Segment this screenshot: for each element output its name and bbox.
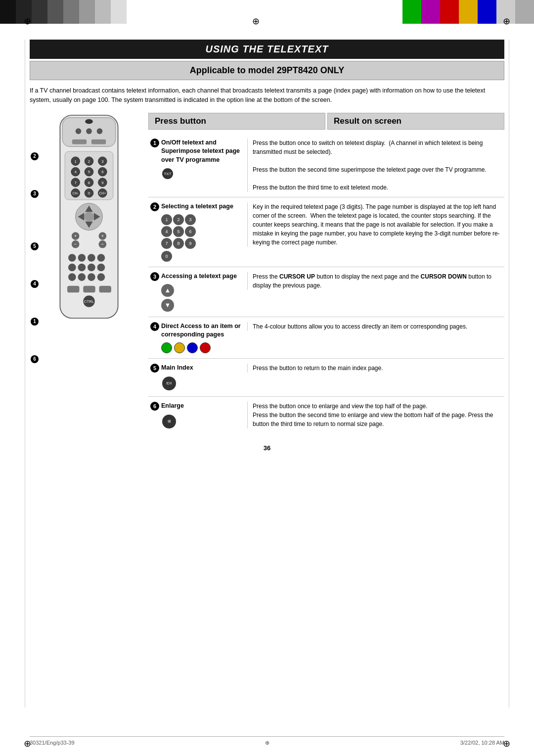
svg-rect-60 [83, 285, 95, 292]
svg-text:6: 6 [101, 170, 103, 174]
subtitle-box: Applicable to model 29PT8420 ONLY [30, 61, 504, 80]
column-headers: Press button Result on screen [148, 113, 504, 130]
green-access-btn [161, 342, 172, 353]
svg-text:CH+: CH+ [99, 191, 106, 195]
main-content: Using the Telextext Applicable to model … [30, 40, 504, 452]
svg-text:9: 9 [101, 180, 103, 185]
color-red [440, 0, 459, 24]
svg-point-3 [76, 128, 82, 134]
bw-block-8 [111, 0, 127, 24]
teletext-onoff-btn: TXT [162, 168, 173, 179]
svg-rect-59 [67, 285, 79, 292]
bw-block-1 [0, 0, 16, 24]
svg-point-55 [68, 273, 76, 281]
svg-text:0: 0 [88, 191, 90, 195]
title-box: Using the Telextext [30, 40, 504, 59]
svg-point-54 [97, 263, 105, 271]
svg-rect-7 [91, 139, 106, 144]
crosshair-bottom-right: ⊕ [503, 738, 510, 749]
svg-point-47 [68, 254, 76, 262]
page-title: Using the Telextext [40, 44, 494, 55]
press-col-4: 4 Direct Access to an item or correspond… [148, 322, 247, 353]
bw-block-7 [95, 0, 111, 24]
svg-point-38 [84, 212, 94, 222]
side-label-3: 3 [31, 190, 39, 198]
svg-point-52 [78, 263, 86, 271]
color-blue [478, 0, 496, 24]
svg-text:−: − [74, 241, 77, 246]
svg-text:+: + [74, 233, 77, 238]
page-subtitle: Applicable to model 29PT8420 ONLY [40, 65, 494, 76]
result-header: Result on screen [327, 113, 504, 130]
footer-left: 30321/Eng/p33-39 [30, 740, 75, 746]
svg-text:7: 7 [74, 180, 76, 185]
footer-right: 3/22/02, 10:28 AM [460, 740, 504, 746]
red-access-btn [200, 342, 211, 353]
svg-text:1: 1 [74, 159, 76, 163]
press-header: Press button [148, 113, 325, 130]
svg-point-49 [88, 254, 95, 262]
color-green [402, 0, 421, 24]
page-number: 36 [30, 444, 504, 452]
svg-text:4: 4 [74, 170, 77, 174]
footer: 30321/Eng/p33-39 ⊕ 3/22/02, 10:28 AM [30, 736, 504, 746]
color-grey2 [515, 0, 534, 24]
result-col-6: Press the button once to enlarge and vie… [247, 402, 504, 428]
side-label-6: 6 [31, 355, 39, 363]
result-col-5: Press the button to return to the main i… [247, 364, 504, 373]
svg-text:CH-: CH- [73, 191, 79, 195]
svg-rect-6 [72, 139, 87, 144]
press-col-3: 3 Accessing a teletext page ▲ ▼ [148, 272, 247, 312]
result-col-4: The 4-colour buttons allow you to access… [247, 322, 504, 331]
bw-block-6 [79, 0, 95, 24]
svg-text:CTRL: CTRL [84, 299, 94, 303]
instruction-row-2: 2 Selecting a teletext page 1 2 3 4 5 6 … [148, 197, 504, 267]
instruction-row-4: 4 Direct Access to an item or correspond… [148, 317, 504, 359]
crosshair-top-center: ⊕ [252, 16, 260, 27]
svg-point-48 [78, 254, 86, 262]
svg-point-53 [88, 263, 95, 271]
press-col-5: 5 Main Index IDX [148, 364, 247, 391]
svg-point-2 [85, 119, 93, 124]
yellow-access-btn [174, 342, 185, 353]
instruction-row-6: 6 Enlarge ⊞ Press the button once to enl… [148, 397, 504, 434]
svg-point-51 [68, 263, 76, 271]
two-col-layout: 2 3 5 4 1 6 [30, 113, 504, 434]
result-col-3: Press the CURSOR UP button to display th… [247, 272, 504, 290]
remote-svg: 1 2 3 4 5 6 7 8 9 CH- 0 [44, 113, 134, 321]
footer-center: ⊕ [265, 740, 269, 746]
blue-access-btn [187, 342, 198, 353]
crosshair-bottom-left: ⊕ [24, 738, 31, 749]
color-magenta [421, 0, 440, 24]
top-bar-left [0, 0, 267, 24]
svg-text:3: 3 [101, 159, 103, 163]
instruction-row-1: 1 On/Off teletext and Superimpose telete… [148, 134, 504, 197]
right-margin [509, 40, 509, 708]
svg-text:+: + [101, 233, 104, 238]
bw-block-5 [63, 0, 79, 24]
left-margin [25, 40, 25, 708]
result-col-2: Key in the required teletext page (3 dig… [247, 202, 504, 247]
top-color-bar [0, 0, 534, 24]
svg-point-58 [97, 273, 105, 281]
bw-block-3 [32, 0, 47, 24]
press-col-6: 6 Enlarge ⊞ [148, 402, 247, 429]
bw-block-4 [47, 0, 63, 24]
side-label-4: 4 [31, 280, 39, 288]
svg-point-57 [88, 273, 95, 281]
top-bar-right [267, 0, 534, 24]
cursor-up-btn: ▲ [161, 284, 174, 297]
color-yellow [459, 0, 478, 24]
svg-point-4 [86, 128, 92, 134]
main-index-btn: IDX [162, 377, 176, 390]
result-col-1: Press the button once to switch on telet… [247, 139, 504, 192]
press-col-1: 1 On/Off teletext and Superimpose telete… [148, 139, 247, 181]
crosshair-top-left: ⊕ [24, 16, 31, 27]
svg-point-56 [78, 273, 86, 281]
instructions-table: Press button Result on screen 1 On/Off t… [148, 113, 504, 434]
svg-text:8: 8 [88, 180, 90, 185]
side-label-2: 2 [31, 152, 39, 160]
side-label-1: 1 [31, 318, 39, 326]
crosshair-top-right: ⊕ [503, 16, 510, 27]
intro-paragraph: If a TV channel broadcast contains telet… [30, 86, 504, 105]
